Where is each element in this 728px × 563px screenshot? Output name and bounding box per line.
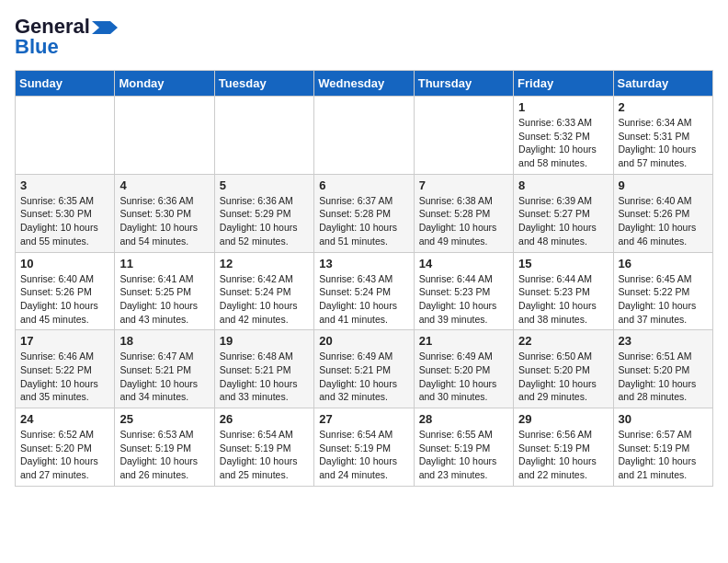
day-info: Sunrise: 6:56 AM Sunset: 5:19 PM Dayligh… bbox=[518, 428, 608, 482]
logo: General Blue bbox=[15, 15, 118, 59]
day-info: Sunrise: 6:57 AM Sunset: 5:19 PM Dayligh… bbox=[619, 428, 708, 482]
weekday-header: Friday bbox=[514, 71, 613, 97]
day-number: 7 bbox=[419, 178, 508, 192]
day-number: 11 bbox=[119, 257, 209, 270]
calendar-cell: 19Sunrise: 6:48 AM Sunset: 5:21 PM Dayli… bbox=[214, 330, 313, 408]
calendar-week-row: 17Sunrise: 6:46 AM Sunset: 5:22 PM Dayli… bbox=[16, 330, 713, 408]
weekday-header: Wednesday bbox=[314, 71, 414, 97]
day-info: Sunrise: 6:48 AM Sunset: 5:21 PM Dayligh… bbox=[220, 350, 309, 404]
calendar-cell: 13Sunrise: 6:43 AM Sunset: 5:24 PM Dayli… bbox=[314, 252, 414, 330]
day-info: Sunrise: 6:42 AM Sunset: 5:24 PM Dayligh… bbox=[220, 272, 309, 327]
day-number: 21 bbox=[419, 334, 508, 348]
calendar-cell: 20Sunrise: 6:49 AM Sunset: 5:21 PM Dayli… bbox=[314, 330, 414, 408]
day-number: 6 bbox=[319, 178, 408, 192]
day-number: 13 bbox=[319, 257, 408, 270]
day-info: Sunrise: 6:34 AM Sunset: 5:31 PM Dayligh… bbox=[619, 116, 708, 170]
calendar: SundayMondayTuesdayWednesdayThursdayFrid… bbox=[15, 70, 713, 487]
day-info: Sunrise: 6:35 AM Sunset: 5:30 PM Dayligh… bbox=[20, 194, 109, 248]
day-number: 5 bbox=[220, 178, 309, 192]
day-info: Sunrise: 6:54 AM Sunset: 5:19 PM Dayligh… bbox=[319, 428, 408, 482]
svg-marker-0 bbox=[92, 21, 118, 34]
day-info: Sunrise: 6:49 AM Sunset: 5:20 PM Dayligh… bbox=[419, 350, 508, 404]
day-number: 15 bbox=[518, 257, 608, 270]
day-number: 19 bbox=[220, 334, 309, 348]
calendar-cell: 23Sunrise: 6:51 AM Sunset: 5:20 PM Dayli… bbox=[613, 330, 712, 408]
day-info: Sunrise: 6:45 AM Sunset: 5:22 PM Dayligh… bbox=[619, 272, 708, 327]
day-number: 8 bbox=[518, 178, 608, 192]
calendar-week-row: 1Sunrise: 6:33 AM Sunset: 5:32 PM Daylig… bbox=[16, 97, 713, 175]
calendar-cell: 11Sunrise: 6:41 AM Sunset: 5:25 PM Dayli… bbox=[115, 252, 214, 330]
day-number: 30 bbox=[619, 412, 708, 426]
day-number: 23 bbox=[619, 334, 708, 348]
day-info: Sunrise: 6:43 AM Sunset: 5:24 PM Dayligh… bbox=[319, 272, 408, 327]
day-info: Sunrise: 6:51 AM Sunset: 5:20 PM Dayligh… bbox=[619, 350, 708, 404]
weekday-header: Saturday bbox=[613, 71, 712, 97]
calendar-cell: 9Sunrise: 6:40 AM Sunset: 5:26 PM Daylig… bbox=[613, 174, 712, 252]
calendar-cell: 21Sunrise: 6:49 AM Sunset: 5:20 PM Dayli… bbox=[414, 330, 513, 408]
calendar-cell: 6Sunrise: 6:37 AM Sunset: 5:28 PM Daylig… bbox=[314, 174, 414, 252]
day-number: 9 bbox=[619, 178, 708, 192]
day-info: Sunrise: 6:40 AM Sunset: 5:26 PM Dayligh… bbox=[20, 272, 109, 327]
day-number: 18 bbox=[119, 334, 209, 348]
day-number: 4 bbox=[119, 178, 209, 192]
day-info: Sunrise: 6:41 AM Sunset: 5:25 PM Dayligh… bbox=[119, 272, 209, 327]
calendar-cell: 1Sunrise: 6:33 AM Sunset: 5:32 PM Daylig… bbox=[514, 97, 613, 175]
logo-blue: Blue bbox=[15, 35, 59, 59]
day-number: 12 bbox=[220, 257, 309, 270]
calendar-cell: 14Sunrise: 6:44 AM Sunset: 5:23 PM Dayli… bbox=[414, 252, 513, 330]
day-info: Sunrise: 6:53 AM Sunset: 5:19 PM Dayligh… bbox=[119, 428, 209, 482]
calendar-cell: 22Sunrise: 6:50 AM Sunset: 5:20 PM Dayli… bbox=[514, 330, 613, 408]
calendar-cell bbox=[115, 97, 214, 175]
calendar-cell: 28Sunrise: 6:55 AM Sunset: 5:19 PM Dayli… bbox=[414, 408, 513, 487]
day-info: Sunrise: 6:54 AM Sunset: 5:19 PM Dayligh… bbox=[220, 428, 309, 482]
calendar-week-row: 24Sunrise: 6:52 AM Sunset: 5:20 PM Dayli… bbox=[16, 408, 713, 487]
day-number: 28 bbox=[419, 412, 508, 426]
day-number: 1 bbox=[518, 100, 608, 114]
calendar-cell: 27Sunrise: 6:54 AM Sunset: 5:19 PM Dayli… bbox=[314, 408, 414, 487]
calendar-cell bbox=[314, 97, 414, 175]
day-info: Sunrise: 6:46 AM Sunset: 5:22 PM Dayligh… bbox=[20, 350, 109, 404]
day-number: 27 bbox=[319, 412, 408, 426]
calendar-cell: 29Sunrise: 6:56 AM Sunset: 5:19 PM Dayli… bbox=[514, 408, 613, 487]
calendar-cell: 8Sunrise: 6:39 AM Sunset: 5:27 PM Daylig… bbox=[514, 174, 613, 252]
calendar-cell: 3Sunrise: 6:35 AM Sunset: 5:30 PM Daylig… bbox=[16, 174, 115, 252]
day-number: 2 bbox=[619, 100, 708, 114]
day-info: Sunrise: 6:50 AM Sunset: 5:20 PM Dayligh… bbox=[518, 350, 608, 404]
day-number: 22 bbox=[518, 334, 608, 348]
calendar-cell: 10Sunrise: 6:40 AM Sunset: 5:26 PM Dayli… bbox=[16, 252, 115, 330]
calendar-cell: 18Sunrise: 6:47 AM Sunset: 5:21 PM Dayli… bbox=[115, 330, 214, 408]
calendar-cell bbox=[16, 97, 115, 175]
weekday-header: Monday bbox=[115, 71, 214, 97]
day-info: Sunrise: 6:49 AM Sunset: 5:21 PM Dayligh… bbox=[319, 350, 408, 404]
calendar-cell: 5Sunrise: 6:36 AM Sunset: 5:29 PM Daylig… bbox=[214, 174, 313, 252]
weekday-header: Sunday bbox=[16, 71, 115, 97]
day-info: Sunrise: 6:55 AM Sunset: 5:19 PM Dayligh… bbox=[419, 428, 508, 482]
calendar-cell: 4Sunrise: 6:36 AM Sunset: 5:30 PM Daylig… bbox=[115, 174, 214, 252]
calendar-week-row: 3Sunrise: 6:35 AM Sunset: 5:30 PM Daylig… bbox=[16, 174, 713, 252]
calendar-cell bbox=[414, 97, 513, 175]
calendar-cell: 16Sunrise: 6:45 AM Sunset: 5:22 PM Dayli… bbox=[613, 252, 712, 330]
day-number: 25 bbox=[119, 412, 209, 426]
calendar-cell: 17Sunrise: 6:46 AM Sunset: 5:22 PM Dayli… bbox=[16, 330, 115, 408]
header: General Blue bbox=[15, 15, 713, 59]
day-info: Sunrise: 6:44 AM Sunset: 5:23 PM Dayligh… bbox=[518, 272, 608, 327]
calendar-cell: 7Sunrise: 6:38 AM Sunset: 5:28 PM Daylig… bbox=[414, 174, 513, 252]
calendar-cell: 2Sunrise: 6:34 AM Sunset: 5:31 PM Daylig… bbox=[613, 97, 712, 175]
day-info: Sunrise: 6:37 AM Sunset: 5:28 PM Dayligh… bbox=[319, 194, 408, 248]
day-info: Sunrise: 6:36 AM Sunset: 5:29 PM Dayligh… bbox=[220, 194, 309, 248]
calendar-cell: 24Sunrise: 6:52 AM Sunset: 5:20 PM Dayli… bbox=[16, 408, 115, 487]
day-number: 24 bbox=[20, 412, 109, 426]
weekday-header: Thursday bbox=[414, 71, 513, 97]
day-number: 16 bbox=[619, 257, 708, 270]
calendar-cell: 30Sunrise: 6:57 AM Sunset: 5:19 PM Dayli… bbox=[613, 408, 712, 487]
day-info: Sunrise: 6:44 AM Sunset: 5:23 PM Dayligh… bbox=[419, 272, 508, 327]
calendar-cell: 15Sunrise: 6:44 AM Sunset: 5:23 PM Dayli… bbox=[514, 252, 613, 330]
day-info: Sunrise: 6:33 AM Sunset: 5:32 PM Dayligh… bbox=[518, 116, 608, 170]
day-info: Sunrise: 6:40 AM Sunset: 5:26 PM Dayligh… bbox=[619, 194, 708, 248]
calendar-cell: 25Sunrise: 6:53 AM Sunset: 5:19 PM Dayli… bbox=[115, 408, 214, 487]
day-info: Sunrise: 6:52 AM Sunset: 5:20 PM Dayligh… bbox=[20, 428, 109, 482]
day-number: 26 bbox=[220, 412, 309, 426]
weekday-header: Tuesday bbox=[214, 71, 313, 97]
calendar-cell bbox=[214, 97, 313, 175]
day-number: 29 bbox=[518, 412, 608, 426]
